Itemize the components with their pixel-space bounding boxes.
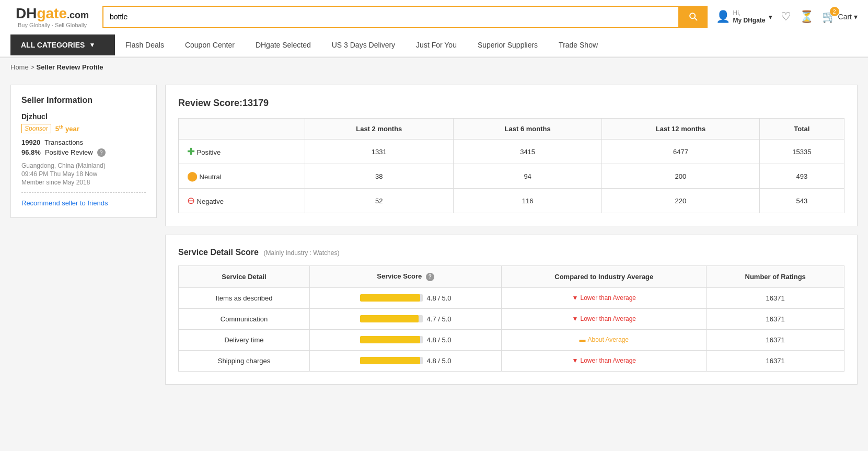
service-score-box: Service Detail Score (Mainly Industry : …: [165, 235, 858, 385]
nav-bar: ALL CATEGORIES ▼ Flash Deals Coupon Cent…: [0, 33, 868, 57]
positive-icon: ✚: [187, 146, 195, 157]
seller-location: Guangdong, China (Mainland): [21, 162, 146, 169]
nav-inner: ALL CATEGORIES ▼ Flash Deals Coupon Cent…: [0, 33, 868, 56]
review-table: Last 2 months Last 6 months Last 12 mont…: [178, 118, 844, 213]
breadcrumb-current: Seller Review Profile: [37, 63, 103, 71]
score-bar-wrap: 4.8 / 5.0: [318, 357, 493, 365]
table-row: Items as described 4.8 / 5.0 ▼ Lower tha…: [179, 287, 844, 308]
score-value: 4.7 / 5.0: [427, 315, 452, 323]
nav-link-us-days-delivery[interactable]: US 3 Days Delivery: [321, 33, 406, 56]
user-area[interactable]: 👤 Hi, My DHgate ▾: [716, 9, 772, 24]
table-row: Shipping charges 4.8 / 5.0 ▼ Lower than …: [179, 350, 844, 371]
review-last12-cell: 200: [602, 164, 759, 189]
seller-member-since: Member since May 2018: [21, 179, 146, 186]
seller-badges: Sponsor 5th year: [21, 124, 146, 133]
header-top: DHgate.com Buy Globally · Sell Globally …: [0, 0, 868, 33]
user-chevron: ▾: [769, 13, 772, 21]
user-icon: 👤: [716, 10, 730, 24]
review-last6-cell: 94: [453, 164, 601, 189]
transactions-label: Transactions: [44, 138, 83, 146]
nav-link-just-for-you[interactable]: Just For You: [406, 33, 467, 56]
service-score-cell: 4.8 / 5.0: [309, 287, 501, 308]
review-last6-cell: 3415: [453, 140, 601, 164]
search-icon: [688, 11, 698, 21]
review-score-title: Review Score:13179: [178, 98, 844, 109]
nav-links: Flash Deals Coupon Center DHgate Selecte…: [115, 33, 608, 56]
transactions-count: 19920: [21, 138, 40, 146]
sponsor-badge: Sponsor: [21, 124, 51, 133]
my-dhgate-link[interactable]: My DHgate: [733, 17, 766, 24]
service-score-help-icon[interactable]: ?: [426, 273, 434, 281]
positive-pct: 96.8%: [21, 148, 41, 157]
positive-review-row: 96.8% Positive Review ?: [21, 148, 146, 157]
review-table-header-row: Last 2 months Last 6 months Last 12 mont…: [179, 119, 844, 140]
nav-link-dhgate-selected[interactable]: DHgate Selected: [245, 33, 321, 56]
score-value: 4.8 / 5.0: [427, 336, 452, 344]
all-categories-button[interactable]: ALL CATEGORIES ▼: [10, 34, 115, 55]
score-bar-bg: [360, 315, 423, 322]
nav-link-coupon-center[interactable]: Coupon Center: [175, 33, 245, 56]
compare-cell: ▼ Lower than Average: [502, 350, 707, 371]
review-last6-cell: 116: [453, 189, 601, 213]
service-table: Service Detail Service Score ? Compared …: [178, 265, 844, 372]
user-text: Hi, My DHgate: [733, 9, 766, 24]
divider: [21, 192, 146, 193]
table-row: Delivery time 4.8 / 5.0 ▬ About Average …: [179, 329, 844, 350]
service-col-detail: Service Detail: [179, 266, 310, 288]
service-col-compare: Compared to Industry Average: [502, 266, 707, 288]
service-industry: (Mainly Industry : Watches): [264, 249, 340, 257]
service-detail-cell: Communication: [179, 308, 310, 329]
ratings-cell: 16371: [707, 350, 844, 371]
positive-label: Positive Review: [45, 148, 93, 157]
cart-chevron: ▾: [854, 13, 858, 21]
compare-about: ▬ About Average: [510, 336, 698, 343]
compare-cell: ▬ About Average: [502, 329, 707, 350]
recommend-link[interactable]: Recommend seller to friends: [21, 199, 108, 207]
review-last12-cell: 220: [602, 189, 759, 213]
review-col-last6: Last 6 months: [453, 119, 601, 140]
service-score-cell: 4.7 / 5.0: [309, 308, 501, 329]
seller-name: Djzhucl: [21, 112, 146, 121]
review-last2-cell: 1331: [305, 140, 453, 164]
ratings-cell: 16371: [707, 308, 844, 329]
service-title-wrap: Service Detail Score (Mainly Industry : …: [178, 248, 844, 257]
cart-label[interactable]: Cart: [838, 13, 852, 21]
wishlist-icon[interactable]: ♡: [781, 10, 791, 24]
nav-link-flash-deals[interactable]: Flash Deals: [115, 33, 175, 56]
sidebar: Seller Information Djzhucl Sponsor 5th y…: [10, 85, 157, 385]
review-score-box: Review Score:13179 Last 2 months Last 6 …: [165, 85, 858, 226]
review-type-cell: ⊖ Negative: [179, 189, 305, 213]
score-bar-wrap: 4.8 / 5.0: [318, 294, 493, 302]
nav-link-trade-show[interactable]: Trade Show: [548, 33, 608, 56]
arrow-eq-icon: ▬: [580, 336, 586, 343]
header: DHgate.com Buy Globally · Sell Globally …: [0, 0, 868, 58]
nav-link-superior-suppliers[interactable]: Superior Suppliers: [467, 33, 548, 56]
search-button[interactable]: [678, 6, 708, 28]
service-detail-cell: Items as described: [179, 287, 310, 308]
review-last12-cell: 6477: [602, 140, 759, 164]
service-score-cell: 4.8 / 5.0: [309, 350, 501, 371]
arrow-down-icon: ▼: [572, 294, 578, 302]
review-col-type: [179, 119, 305, 140]
compare-lower: ▼ Lower than Average: [510, 294, 698, 302]
score-bar-fill: [360, 336, 420, 343]
all-categories-label: ALL CATEGORIES: [21, 41, 85, 49]
logo-gate: gate: [37, 5, 67, 21]
search-input[interactable]: [102, 6, 678, 28]
service-score-title: Service Detail Score: [178, 248, 259, 257]
content: Review Score:13179 Last 2 months Last 6 …: [165, 85, 858, 385]
review-type-cell: ✚ Positive: [179, 140, 305, 164]
seller-info-title: Seller Information: [21, 96, 146, 105]
service-table-header-row: Service Detail Service Score ? Compared …: [179, 266, 844, 288]
history-icon[interactable]: ⏳: [800, 10, 814, 24]
cart-area[interactable]: 🛒 2 Cart ▾: [822, 10, 858, 24]
positive-info-icon[interactable]: ?: [97, 148, 106, 157]
logo[interactable]: DHgate.com Buy Globally · Sell Globally: [10, 5, 94, 28]
seller-info-box: Seller Information Djzhucl Sponsor 5th y…: [10, 85, 157, 218]
review-last2-cell: 52: [305, 189, 453, 213]
negative-icon: ⊖: [187, 195, 195, 206]
breadcrumb-home[interactable]: Home: [10, 63, 29, 71]
compare-cell: ▼ Lower than Average: [502, 287, 707, 308]
logo-com: .com: [67, 10, 89, 20]
score-bar-bg: [360, 357, 423, 364]
